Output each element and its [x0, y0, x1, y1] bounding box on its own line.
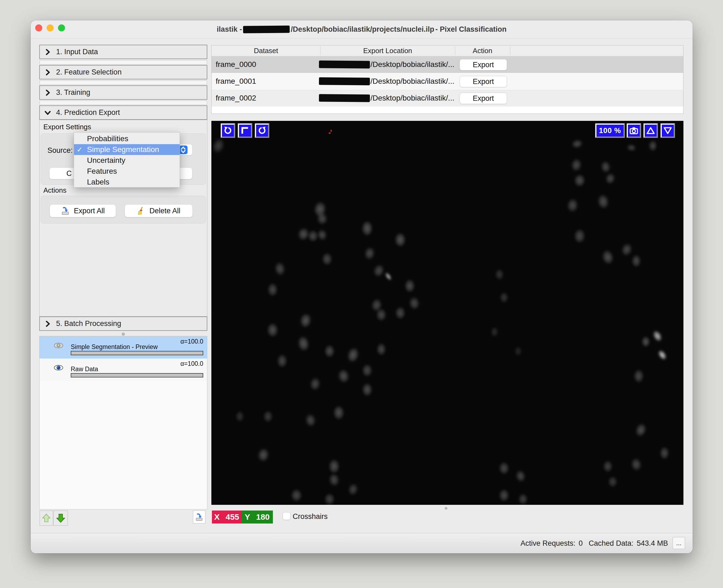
down-triangle-icon [663, 126, 672, 135]
collapsed-panel-strip [40, 60, 207, 64]
nucleus-blob [632, 419, 650, 440]
screenshot-button[interactable] [627, 124, 641, 138]
nucleus-blob [370, 261, 388, 280]
nucleus-blob [255, 445, 272, 465]
export-location-cell: /Desktop/bobiac/ilastik/... [319, 90, 454, 106]
checkmark-icon: ✓ [77, 146, 87, 154]
sidebar-section-training[interactable]: 3. Training [39, 85, 207, 100]
broom-icon [137, 207, 146, 215]
column-divider [320, 47, 321, 55]
nucleus-blob [315, 211, 329, 227]
nucleus-blob [647, 139, 658, 153]
eye-visibility-icon[interactable] [53, 342, 64, 349]
export-layer-button[interactable] [193, 510, 206, 524]
chevron-right-icon [44, 69, 51, 76]
export-settings-label: Export Settings [43, 123, 91, 131]
nucleus-blob [394, 305, 407, 321]
prev-slice-button[interactable] [644, 124, 658, 138]
menu-item-simple-segmentation[interactable]: ✓ Simple Segmentation [74, 144, 180, 155]
move-layer-up-button[interactable] [40, 510, 53, 526]
nucleus-blob [629, 455, 644, 474]
rotate-left-icon [223, 126, 233, 135]
window-title: ilastik - /Desktop/bobiac/ilastik/projec… [30, 20, 693, 38]
nucleus-blob [497, 487, 511, 503]
chevron-right-icon [44, 89, 51, 96]
collapsed-panel-strip [40, 81, 207, 85]
nucleus-blob [565, 196, 580, 215]
nucleus-blob [602, 459, 614, 474]
swap-axes-button[interactable] [238, 124, 252, 138]
nucleus-blob [265, 321, 280, 339]
column-header-export-location: Export Location [320, 45, 455, 56]
layer-name: Raw Data [71, 365, 98, 373]
layer-opacity-slider[interactable] [71, 351, 203, 355]
menu-item-uncertainty[interactable]: Uncertainty [74, 155, 180, 166]
export-row-button[interactable]: Export [460, 59, 507, 70]
layer-row-simple-segmentation-preview[interactable]: α=100.0 Simple Segmentation - Preview [40, 336, 207, 358]
move-layer-down-button[interactable] [54, 510, 68, 526]
camera-icon [629, 126, 638, 135]
nucleus-blob [307, 375, 323, 393]
nucleus-blob [290, 487, 303, 503]
zoom-level-button[interactable]: 100 % [595, 124, 625, 138]
eye-visibility-icon[interactable] [53, 364, 64, 372]
sidebar-section-input-data[interactable]: 1. Input Data [39, 45, 207, 59]
nuclei-layer [211, 121, 683, 505]
image-viewer[interactable]: 100 % [211, 121, 683, 505]
menu-item-probabilities[interactable]: Probabilities [74, 133, 180, 144]
nucleus-blob [297, 310, 314, 331]
nucleus-blob [321, 251, 334, 267]
sidebar-section-feature-selection[interactable]: 2. Feature Selection [39, 65, 207, 79]
nucleus-blob [266, 281, 279, 298]
nucleus-blob [323, 343, 336, 359]
nucleus-blob [569, 156, 584, 174]
table-row[interactable]: frame_0002 /Desktop/bobiac/ilastik/... E… [212, 90, 683, 106]
table-row[interactable]: frame_0000 /Desktop/bobiac/ilastik/... E… [212, 56, 683, 73]
layer-opacity-slider[interactable] [71, 373, 203, 377]
splitter-handle[interactable] [445, 507, 447, 510]
combobox-stepper-icon[interactable] [179, 146, 188, 154]
nucleus-blob [513, 467, 528, 485]
table-row[interactable]: frame_0001 /Desktop/bobiac/ilastik/... E… [212, 73, 683, 90]
sidebar-section-prediction-export[interactable]: 4. Prediction Export [39, 105, 207, 120]
redacted-home-path-scribble [243, 25, 290, 33]
nucleus-blob [497, 460, 511, 476]
nucleus-blob [211, 134, 229, 157]
rotate-right-button[interactable] [255, 124, 269, 138]
dataset-name: frame_0001 [216, 73, 256, 90]
menu-item-labels[interactable]: Labels [74, 177, 180, 188]
nucleus-blob [375, 341, 387, 357]
redacted-path-scribble [319, 77, 370, 85]
status-bar: Active Requests: 0 Cached Data: 543.4 MB… [30, 533, 693, 553]
actions-label: Actions [43, 186, 66, 194]
export-row-button[interactable]: Export [460, 76, 507, 87]
y-coordinate-badge: Y180 [241, 510, 273, 524]
x-coordinate-badge: X455 [212, 510, 241, 524]
nucleus-blob [272, 259, 288, 278]
up-triangle-icon [646, 126, 655, 135]
export-icon [195, 513, 204, 521]
layer-row-raw-data[interactable]: α=100.0 Raw Data [40, 358, 207, 381]
rotate-left-button[interactable] [221, 124, 235, 138]
nucleus-blob [323, 491, 336, 505]
collapsed-panel-strip [40, 101, 207, 105]
redacted-path-scribble [319, 60, 370, 68]
export-row-button[interactable]: Export [460, 93, 507, 104]
nucleus-blob [640, 335, 651, 349]
nucleus-blob [573, 227, 587, 245]
export-location-cell: /Desktop/bobiac/ilastik/... [319, 73, 454, 90]
nucleus-blob [494, 268, 505, 281]
export-all-button[interactable]: Export All [49, 204, 116, 217]
more-options-button[interactable]: ... [673, 537, 685, 549]
splitter-handle[interactable] [122, 333, 125, 336]
nucleus-blob [595, 191, 612, 212]
nucleus-blob [344, 344, 362, 366]
sidebar-section-batch-processing[interactable]: 5. Batch Processing [39, 316, 207, 331]
export-dataset-table: Dataset Export Location Action frame_000… [211, 45, 683, 114]
next-slice-button[interactable] [661, 124, 675, 138]
menu-item-features[interactable]: Features [74, 166, 180, 177]
nucleus-blob [632, 368, 645, 385]
crosshairs-checkbox[interactable] [283, 512, 291, 520]
delete-all-button[interactable]: Delete All [125, 204, 193, 217]
up-arrow-icon [41, 513, 51, 523]
